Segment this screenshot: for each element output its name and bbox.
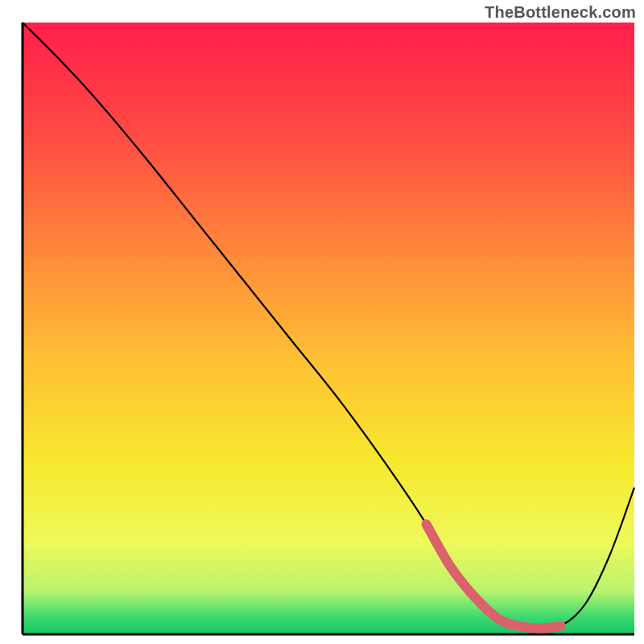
- chart-container: TheBottleneck.com: [0, 0, 644, 644]
- attribution-text: TheBottleneck.com: [485, 3, 636, 22]
- bottleneck-chart: [0, 0, 644, 644]
- plot-background: [23, 23, 634, 634]
